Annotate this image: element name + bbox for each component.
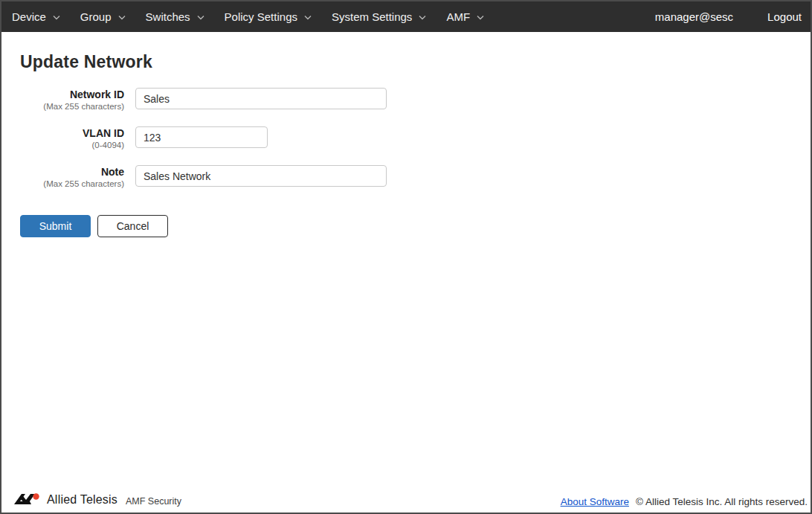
nav-switches[interactable]: Switches (146, 10, 204, 23)
nav-group-label: Group (80, 10, 112, 23)
product-name: AMF Security (126, 496, 181, 507)
update-network-form: Network ID (Max 255 characters) VLAN ID … (20, 88, 792, 237)
note-row: Note (Max 255 characters) (20, 165, 792, 190)
chevron-down-icon (118, 15, 126, 20)
note-label: Note (20, 166, 124, 179)
vlan-id-label-group: VLAN ID (0-4094) (20, 126, 124, 151)
network-id-row: Network ID (Max 255 characters) (20, 88, 792, 112)
vlan-id-hint: (0-4094) (20, 140, 124, 151)
form-actions: Submit Cancel (20, 215, 792, 237)
footer-brand-group: Allied Telesis AMF Security (13, 492, 181, 507)
main-content: Update Network Network ID (Max 255 chara… (1, 32, 811, 492)
nav-amf-label: AMF (446, 10, 470, 23)
nav-policy-settings[interactable]: Policy Settings (225, 10, 312, 23)
nav-device[interactable]: Device (12, 10, 60, 23)
app-window: Device Group Switches Policy Settings (0, 0, 812, 514)
chevron-down-icon (197, 15, 204, 20)
nav-right-group: manager@sesc Logout (655, 10, 802, 23)
page-title: Update Network (20, 52, 792, 72)
brand-name: Allied Telesis (47, 493, 117, 507)
nav-system-settings-label: System Settings (332, 10, 412, 23)
nav-policy-settings-label: Policy Settings (225, 10, 297, 23)
chevron-down-icon (53, 15, 60, 20)
user-account-label: manager@sesc (655, 10, 733, 23)
about-software-link[interactable]: About Software (561, 496, 629, 507)
network-id-label: Network ID (20, 89, 124, 101)
logout-button[interactable]: Logout (767, 10, 802, 23)
note-hint: (Max 255 characters) (20, 179, 124, 190)
nav-system-settings[interactable]: System Settings (332, 10, 426, 23)
note-input[interactable] (135, 165, 387, 187)
cancel-button[interactable]: Cancel (97, 215, 168, 237)
nav-amf[interactable]: AMF (446, 10, 484, 23)
note-label-group: Note (Max 255 characters) (20, 165, 124, 190)
copyright-text: © Allied Telesis Inc. All rights reserve… (636, 496, 808, 507)
nav-menu: Device Group Switches Policy Settings (12, 10, 484, 23)
chevron-down-icon (477, 15, 484, 20)
vlan-id-label: VLAN ID (20, 127, 124, 140)
nav-switches-label: Switches (146, 10, 190, 23)
footer-links-group: About Software © Allied Telesis Inc. All… (561, 496, 808, 507)
allied-telesis-logo-icon (13, 492, 42, 507)
submit-button[interactable]: Submit (20, 215, 91, 237)
vlan-id-row: VLAN ID (0-4094) (20, 126, 792, 151)
network-id-input[interactable] (135, 88, 387, 109)
nav-group[interactable]: Group (80, 10, 126, 23)
chevron-down-icon (419, 15, 426, 20)
chevron-down-icon (304, 15, 312, 20)
vlan-id-input[interactable] (135, 126, 268, 148)
network-id-hint: (Max 255 characters) (20, 101, 124, 112)
nav-device-label: Device (12, 10, 46, 23)
page-footer: Allied Telesis AMF Security About Softwa… (1, 492, 811, 513)
top-navbar: Device Group Switches Policy Settings (1, 1, 811, 32)
network-id-label-group: Network ID (Max 255 characters) (20, 88, 124, 112)
